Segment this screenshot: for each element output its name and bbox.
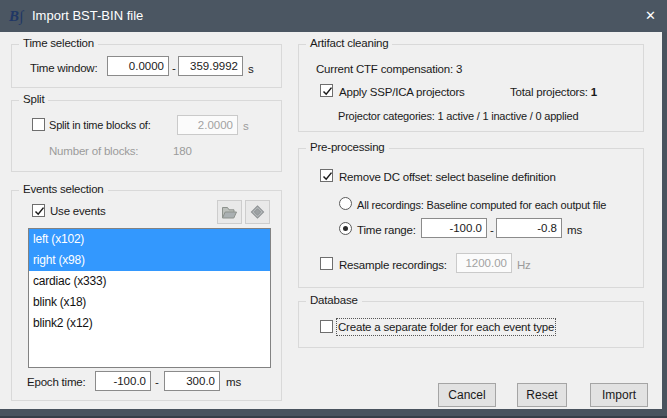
number-of-blocks-label: Number of blocks: bbox=[49, 144, 138, 158]
time-range-radio[interactable] bbox=[339, 222, 352, 235]
ctf-compensation-text: Current CTF compensation: 3 bbox=[316, 62, 462, 76]
use-events-checkbox[interactable] bbox=[32, 204, 45, 217]
resample-label[interactable]: Resample recordings: bbox=[339, 258, 447, 272]
remove-dc-offset-label[interactable]: Remove DC offset: select baseline defini… bbox=[339, 170, 556, 184]
projector-categories-text: Projector categories: 1 active / 1 inact… bbox=[338, 109, 578, 123]
time-window-dash: - bbox=[172, 61, 176, 75]
apply-ssp-checkbox[interactable] bbox=[320, 84, 333, 97]
remove-dc-offset-checkbox[interactable] bbox=[320, 169, 333, 182]
open-events-file-button[interactable] bbox=[217, 200, 242, 224]
resample-unit: Hz bbox=[517, 258, 531, 272]
resample-checkbox[interactable] bbox=[320, 257, 333, 270]
separate-folder-checkbox[interactable] bbox=[320, 320, 333, 333]
split-checkbox-label[interactable]: Split in time blocks of: bbox=[49, 118, 151, 132]
epoch-end-input[interactable] bbox=[164, 371, 220, 391]
time-selection-group-label: Time selection bbox=[19, 37, 98, 49]
reset-button[interactable]: Reset bbox=[517, 383, 567, 407]
event-group-button[interactable] bbox=[245, 200, 270, 224]
list-item[interactable]: right (x98) bbox=[29, 250, 270, 271]
preprocessing-group-label: Pre-processing bbox=[306, 141, 389, 153]
import-button[interactable]: Import bbox=[590, 383, 648, 407]
apply-ssp-label[interactable]: Apply SSP/ICA projectors bbox=[339, 85, 465, 99]
total-projectors-value: 1 bbox=[591, 86, 597, 98]
separate-folder-label[interactable]: Create a separate folder for each event … bbox=[338, 320, 554, 334]
time-window-end-input[interactable] bbox=[178, 56, 243, 76]
events-selection-group-label: Events selection bbox=[19, 183, 108, 195]
list-item[interactable]: blink (x18) bbox=[29, 292, 270, 313]
time-window-start-input[interactable] bbox=[107, 56, 169, 76]
folder-open-icon bbox=[221, 206, 238, 219]
split-group: Split bbox=[11, 100, 282, 172]
window-edge-right bbox=[662, 32, 667, 409]
all-recordings-label[interactable]: All recordings: Baseline computed for ea… bbox=[357, 198, 606, 212]
diamond-icon bbox=[249, 204, 266, 220]
artifact-cleaning-group-label: Artifact cleaning bbox=[306, 37, 392, 49]
time-range-label[interactable]: Time range: bbox=[357, 223, 416, 237]
all-recordings-radio[interactable] bbox=[339, 197, 352, 210]
baseline-end-input[interactable] bbox=[496, 218, 562, 238]
brainstorm-logo-icon: B∫ bbox=[9, 5, 31, 27]
time-window-label: Time window: bbox=[30, 61, 97, 75]
baseline-start-input[interactable] bbox=[421, 218, 487, 238]
list-item[interactable]: blink2 (x12) bbox=[29, 313, 270, 334]
split-unit: s bbox=[243, 119, 249, 133]
epoch-unit: ms bbox=[226, 375, 241, 389]
list-item[interactable]: cardiac (x333) bbox=[29, 271, 270, 292]
import-bst-bin-dialog: B∫ Import BST-BIN file ✕ Time selection … bbox=[0, 0, 667, 418]
window-title: Import BST-BIN file bbox=[32, 8, 143, 23]
time-window-unit: s bbox=[248, 62, 254, 76]
split-checkbox[interactable] bbox=[32, 118, 45, 131]
titlebar: B∫ Import BST-BIN file ✕ bbox=[0, 0, 667, 32]
epoch-start-input[interactable] bbox=[95, 371, 151, 391]
split-block-size-input bbox=[177, 115, 238, 135]
use-events-label[interactable]: Use events bbox=[50, 204, 106, 218]
window-edge-bottom bbox=[0, 409, 667, 418]
epoch-dash: - bbox=[155, 375, 159, 389]
split-group-label: Split bbox=[19, 93, 48, 105]
database-group-label: Database bbox=[306, 294, 362, 306]
resample-rate-input bbox=[456, 253, 512, 273]
baseline-dash: - bbox=[490, 223, 494, 237]
baseline-unit: ms bbox=[567, 223, 582, 237]
total-projectors-text: Total projectors: 1 bbox=[510, 85, 597, 99]
events-list[interactable]: left (x102) right (x98) cardiac (x333) b… bbox=[28, 228, 271, 368]
epoch-time-label: Epoch time: bbox=[27, 375, 86, 389]
total-projectors-label: Total projectors: bbox=[510, 86, 591, 98]
list-item[interactable]: left (x102) bbox=[29, 229, 270, 250]
cancel-button[interactable]: Cancel bbox=[438, 383, 496, 407]
number-of-blocks-value: 180 bbox=[173, 144, 192, 158]
close-icon[interactable]: ✕ bbox=[634, 0, 667, 32]
